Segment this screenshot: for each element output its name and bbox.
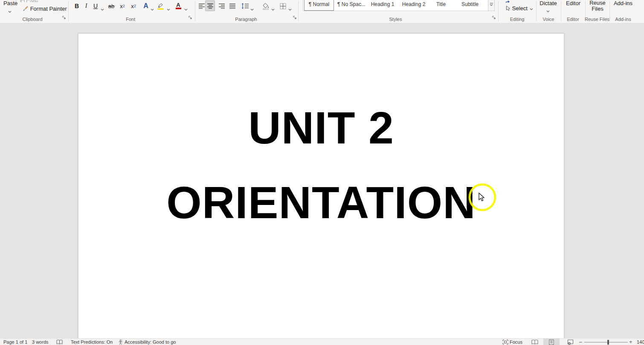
zoom-level[interactable]: 140% [637,339,644,345]
line-spacing-icon [241,3,249,9]
dictate-label: Dictate [540,0,557,6]
word-count[interactable]: 3 words [32,339,49,345]
underline-button[interactable]: U [92,1,99,11]
shading-dropdown[interactable] [271,5,275,12]
chevron-down-icon [101,9,104,11]
style-item-heading2[interactable]: Heading 2 [399,0,429,11]
styles-gallery-more-button[interactable] [488,0,494,11]
proofing-book-icon [56,339,63,345]
accessibility-checker-button[interactable] [118,339,123,345]
subscript-button[interactable]: x2 [118,1,127,11]
style-label: ¶ Normal [309,1,329,7]
style-label: Heading 2 [402,1,426,7]
add-ins-label: Add-ins [614,0,632,6]
text-predictions-toggle[interactable]: Text Predictions: On [71,339,113,345]
select-button[interactable]: Select [506,5,533,12]
borders-dropdown[interactable] [288,5,292,12]
focus-mode-label[interactable]: Focus [510,339,522,345]
strikethrough-label: ab [108,3,114,9]
format-painter-label: Format Painter [30,6,67,12]
clipboard-group-label: Clipboard [0,17,65,22]
text-effects-button[interactable]: A [142,1,150,11]
font-dialog-launcher[interactable] [188,14,192,21]
replace-button-partial[interactable] [505,0,511,3]
paragraph-group-label: Paragraph [195,17,297,22]
style-label: Title [436,1,446,7]
replace-icon-partial [505,0,511,3]
superscript-digit: 2 [134,4,136,8]
paragraph-dialog-launcher[interactable] [293,14,297,21]
font-color-button[interactable]: A [174,1,183,11]
proofing-errors-button[interactable] [56,339,63,345]
italic-label: I [85,3,87,9]
zoom-out-button[interactable]: − [579,339,582,345]
format-painter-button[interactable]: Format Painter [23,6,67,12]
chevron-down-icon [530,8,533,10]
more-arrow-icon [490,4,493,6]
strikethrough-button[interactable]: ab [107,1,116,11]
superscript-button[interactable]: x2 [129,1,138,11]
text-effects-dropdown[interactable] [151,5,154,12]
paint-bucket-icon [262,3,270,10]
style-item-normal[interactable]: ¶ Normal [304,0,334,11]
page-indicator[interactable]: Page 1 of 1 [3,339,27,345]
reuse-files-button[interactable]: Reuse Files [586,0,609,12]
ribbon: Paste Copy Format Painter Clipboard B I … [0,0,644,23]
align-right-button[interactable] [217,1,226,11]
text-highlight-dropdown[interactable] [167,5,170,12]
add-ins-button[interactable]: Add-ins [610,0,636,6]
read-mode-icon [531,339,538,345]
clipboard-dialog-launcher[interactable] [62,14,66,21]
editor-label: Editor [566,0,580,6]
voice-group-label: Voice [537,17,560,22]
copy-button-partial[interactable]: Copy [20,0,38,2]
chevron-down-icon [8,11,12,13]
dictate-button[interactable]: Dictate [538,0,558,6]
line-spacing-dropdown[interactable] [250,5,254,12]
font-color-letter: A [176,3,180,8]
style-item-no-spacing[interactable]: ¶ No Spac... [336,0,367,11]
bold-button[interactable]: B [73,1,81,11]
select-label: Select [512,5,528,12]
style-item-title[interactable]: Title [431,0,451,11]
mouse-cursor [479,193,485,202]
accessibility-status[interactable]: Accessibility: Good to go [125,339,176,345]
font-color-dropdown[interactable] [184,5,188,12]
style-item-heading1[interactable]: Heading 1 [368,0,397,11]
more-bar [490,3,493,3]
justify-button[interactable] [228,1,237,11]
underline-label: U [93,3,98,9]
line-spacing-button[interactable] [241,1,250,11]
dictate-dropdown[interactable] [546,6,550,14]
borders-button[interactable] [278,1,287,11]
zoom-slider-track[interactable] [584,342,628,342]
shading-button[interactable] [261,1,270,11]
chevron-down-icon [151,9,154,11]
styles-group-label: Styles [299,17,493,22]
paste-button[interactable]: Paste [3,0,17,6]
italic-button[interactable]: I [82,1,90,11]
style-item-subtitle[interactable]: Subtitle [458,0,482,11]
reuse-files-label-1: Reuse [589,0,606,6]
editor-button[interactable]: Editor [562,0,585,6]
chevron-down-icon [184,9,188,11]
copy-label: Copy [26,0,38,2]
text-highlight-button[interactable] [156,1,165,11]
document-page[interactable]: UNIT 2 ORIENTATION [78,33,564,339]
print-layout-icon [549,339,554,345]
document-line-1[interactable]: UNIT 2 [78,105,564,150]
styles-dialog-launcher[interactable] [492,14,496,21]
focus-mode-button[interactable] [502,339,508,345]
align-center-button[interactable] [205,0,215,11]
web-layout-button[interactable] [567,339,574,345]
subscript-digit: 2 [123,4,125,8]
style-label: ¶ No Spac... [337,1,366,7]
paste-dropdown[interactable] [8,7,12,15]
underline-dropdown[interactable] [101,5,104,12]
zoom-slider-thumb[interactable] [607,340,609,345]
read-mode-button[interactable] [531,339,538,345]
align-center-icon [207,3,214,9]
print-layout-button[interactable] [549,339,554,345]
align-left-icon [198,3,205,9]
zoom-in-button[interactable]: + [629,339,632,345]
